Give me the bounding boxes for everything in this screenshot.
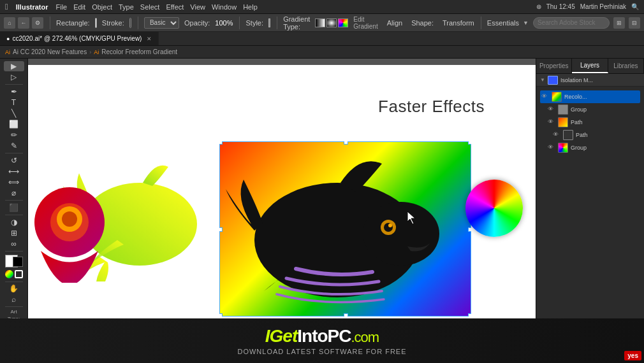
logo-pc: PC bbox=[328, 326, 351, 346]
tab-label: cc2020.ai* @ 272.46% (CMYK/GPU Preview) bbox=[12, 35, 142, 42]
tool-blend[interactable]: ∞ bbox=[4, 239, 24, 249]
settings-icon[interactable]: ⚙ bbox=[32, 17, 43, 29]
stroke-swatch[interactable] bbox=[129, 18, 131, 28]
tool-rotate[interactable]: ↺ bbox=[4, 155, 24, 166]
layer-item-2[interactable]: 👁 Path bbox=[540, 116, 640, 129]
menu-edit[interactable]: Edit bbox=[73, 3, 85, 11]
tool-rectangle[interactable]: ⬜ bbox=[4, 119, 24, 129]
tool-sep-6 bbox=[5, 281, 23, 282]
tool-paintbrush[interactable]: ✏ bbox=[4, 130, 24, 140]
app-toolbar: ⌂ ← ⚙ Rectangle: Stroke: Basic Opacity: … bbox=[0, 14, 644, 32]
tool-mirror[interactable]: ⟷ bbox=[4, 166, 24, 176]
tool-pencil[interactable]: ✎ bbox=[4, 141, 24, 151]
edit-gradient-label[interactable]: Edit Gradient bbox=[353, 16, 377, 30]
layer-name-2: Path bbox=[571, 119, 639, 125]
tool-type[interactable]: T bbox=[4, 97, 24, 108]
search-stock-input[interactable] bbox=[533, 17, 610, 29]
home-icon[interactable]: ⌂ bbox=[4, 17, 15, 29]
search-icon[interactable]: 🔍 bbox=[631, 3, 639, 10]
layer-thumb-2 bbox=[558, 117, 568, 127]
breadcrumb-item-2[interactable]: Recolor Freeform Gradient bbox=[101, 48, 177, 55]
tab-properties[interactable]: Properties bbox=[536, 59, 572, 73]
style-swatch[interactable] bbox=[268, 18, 270, 27]
fill-color-icon[interactable] bbox=[5, 270, 13, 278]
menu-file[interactable]: File bbox=[55, 3, 67, 11]
layer-eye-3[interactable]: 👁 bbox=[553, 131, 560, 139]
layer-name-3: Path bbox=[576, 132, 639, 138]
canvas-tab[interactable]: ● cc2020.ai* @ 272.46% (CMYK/GPU Preview… bbox=[0, 32, 159, 45]
essentials-label: Essentials bbox=[487, 19, 519, 27]
panel-tabs: Properties Layers Libraries bbox=[536, 59, 644, 74]
essentials-chevron[interactable]: ▼ bbox=[523, 20, 529, 26]
apple-icon:  bbox=[5, 2, 8, 11]
tab-libraries[interactable]: Libraries bbox=[608, 59, 644, 73]
gradient-type-buttons bbox=[315, 18, 348, 27]
header-expand-arrow[interactable]: ▼ bbox=[540, 77, 545, 83]
menu-select[interactable]: Select bbox=[140, 3, 160, 11]
layer-thumb-3 bbox=[563, 130, 573, 140]
tool-line[interactable]: ╲ bbox=[4, 108, 24, 118]
watermark-logo: IGetIntoPC.com bbox=[265, 326, 379, 346]
logo-get: Get bbox=[270, 326, 298, 346]
breadcrumb-item-1[interactable]: Ai CC 2020 New Features bbox=[13, 48, 87, 55]
stroke-color-icon[interactable] bbox=[15, 270, 23, 278]
view-toggle-icon[interactable]: ⊟ bbox=[629, 17, 640, 29]
tool-sep-4 bbox=[5, 215, 23, 215]
tool-gradient[interactable]: ◑ bbox=[4, 217, 24, 227]
gradient-radial-btn[interactable] bbox=[326, 18, 337, 27]
back-icon[interactable]: ← bbox=[18, 17, 29, 29]
layer-thumb-4 bbox=[558, 143, 568, 153]
canvas-area[interactable]: Faster Effects bbox=[28, 59, 536, 346]
tool-sep-1 bbox=[5, 84, 23, 85]
whale-gradient-bg bbox=[219, 141, 471, 317]
gradient-freeform-btn[interactable] bbox=[338, 18, 348, 27]
main-area: ▶ ▷ ✒ T ╲ ⬜ ✏ ✎ ↺ ⟷ ⟺ ⌀ ⬛ ◑ ⊞ ∞ ✋ ⌕ bbox=[0, 59, 644, 346]
layer-item-4[interactable]: 👁 Group bbox=[540, 141, 640, 154]
breadcrumb-sep: › bbox=[89, 49, 91, 55]
basic-select[interactable]: Basic bbox=[144, 17, 179, 29]
menu-effect[interactable]: Effect bbox=[166, 3, 184, 11]
layer-item-3[interactable]: 👁 Path bbox=[540, 129, 640, 141]
layer-item-0[interactable]: 👁 Recolo... bbox=[540, 90, 640, 103]
tool-direct-select[interactable]: ▷ bbox=[4, 72, 24, 82]
tool-graph[interactable]: ⬛ bbox=[4, 203, 24, 213]
menu-view[interactable]: View bbox=[190, 3, 205, 11]
watermark-banner: IGetIntoPC.com Download Latest Software … bbox=[0, 318, 644, 363]
header-layer-name: Isolation M... bbox=[560, 77, 640, 83]
layer-name-4: Group bbox=[571, 145, 639, 151]
menu-items: File Edit Object Type Select Effect View… bbox=[55, 3, 257, 11]
tool-hand[interactable]: ✋ bbox=[4, 283, 24, 294]
tab-layers[interactable]: Layers bbox=[572, 59, 608, 73]
layer-thumb-1 bbox=[558, 104, 568, 115]
tool-mesh[interactable]: ⊞ bbox=[4, 228, 24, 238]
layer-eye-4[interactable]: 👁 bbox=[548, 144, 555, 152]
whale-gradient-container[interactable] bbox=[219, 141, 471, 317]
layer-item-1[interactable]: 👁 Group bbox=[540, 103, 640, 116]
app-name: Illustrator bbox=[16, 3, 48, 11]
layer-eye-2[interactable]: 👁 bbox=[548, 118, 555, 126]
logo-i: I bbox=[265, 326, 270, 346]
tool-select[interactable]: ▶ bbox=[4, 61, 24, 71]
tool-pen[interactable]: ✒ bbox=[4, 87, 24, 97]
tab-close-btn[interactable]: ✕ bbox=[147, 36, 152, 42]
layer-eye-1[interactable]: 👁 bbox=[548, 106, 555, 113]
shape-label2: Shape: bbox=[411, 19, 434, 27]
layer-eye-0[interactable]: 👁 bbox=[541, 93, 549, 101]
tool-warp[interactable]: ⌀ bbox=[4, 188, 24, 198]
art-area: Faster Effects bbox=[28, 65, 536, 346]
menu-window[interactable]: Window bbox=[212, 3, 237, 11]
user-name: Martin Perhiniak bbox=[580, 3, 626, 10]
style-label: Style: bbox=[246, 19, 264, 27]
menu-object[interactable]: Object bbox=[92, 3, 112, 11]
menu-help[interactable]: Help bbox=[243, 3, 258, 11]
gradient-linear-btn[interactable] bbox=[315, 18, 325, 27]
panels-toggle-icon[interactable]: ⊞ bbox=[613, 17, 625, 29]
tool-zoom[interactable]: ⌕ bbox=[4, 294, 24, 304]
menu-type[interactable]: Type bbox=[119, 3, 134, 11]
fill-swatch[interactable] bbox=[95, 18, 97, 28]
transform-label: Transform bbox=[443, 19, 474, 27]
color-swatches[interactable] bbox=[5, 255, 23, 267]
tool-width[interactable]: ⟺ bbox=[4, 177, 24, 187]
align-label: Align bbox=[387, 19, 402, 27]
gradient-type-label: Gradient Type: bbox=[283, 15, 310, 31]
